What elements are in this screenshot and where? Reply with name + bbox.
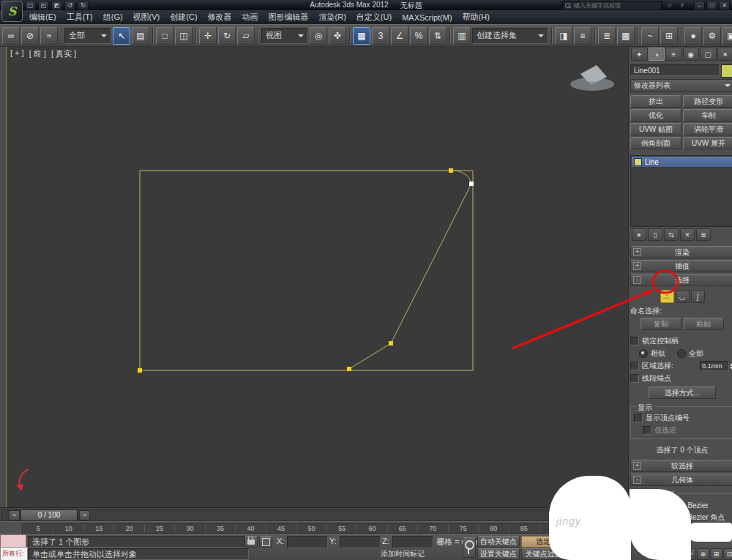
menu-graph-editors[interactable]: 图形编辑器 <box>264 10 314 24</box>
application-menu-button[interactable]: S <box>1 1 23 22</box>
redo-icon[interactable]: ↻ <box>78 1 89 10</box>
select-and-scale-icon[interactable]: ▱ <box>237 27 255 45</box>
zoom-extents-icon[interactable]: ⊞ <box>710 548 722 560</box>
modifier-stack[interactable]: Line <box>630 155 732 227</box>
selection-filter-dropdown[interactable]: 全部 <box>64 28 111 44</box>
select-and-move-icon[interactable]: ✛ <box>199 27 217 45</box>
angle-snap-icon[interactable]: ∠ <box>391 27 408 45</box>
select-by-name-icon[interactable]: ▤ <box>132 27 149 45</box>
next-frame-button[interactable]: > <box>79 510 90 520</box>
close-icon[interactable]: ✕ <box>719 1 730 10</box>
tab-utilities[interactable]: ✶ <box>717 48 732 61</box>
area-selection-value[interactable]: 0.1mm <box>700 361 729 371</box>
zoom-icon[interactable]: ⊕ <box>697 548 709 560</box>
select-and-link-icon[interactable]: ∞ <box>2 27 20 45</box>
modifier-stack-item-line[interactable]: Line <box>632 157 732 167</box>
time-slider[interactable]: < 0 / 100 > <box>0 507 628 522</box>
rollout-geometry[interactable]: - 几何体 <box>630 474 732 486</box>
auto-key-button[interactable]: 自动关键点 <box>477 536 520 548</box>
tab-display[interactable]: ▢ <box>700 48 717 61</box>
menu-animation[interactable]: 动画 <box>237 10 264 24</box>
select-and-manipulate-icon[interactable]: ✜ <box>329 27 346 45</box>
curve-editor-icon[interactable]: ~ <box>641 27 659 45</box>
absolute-mode-toggle[interactable] <box>259 536 272 548</box>
rollout-interpolation[interactable]: + 插值 <box>630 260 732 272</box>
mirror-icon[interactable]: ◨ <box>555 27 572 45</box>
remove-modifier-icon[interactable]: ✕ <box>680 228 695 241</box>
modifier-list-dropdown[interactable]: 修改器列表 <box>630 79 732 92</box>
edit-named-selection-sets-icon[interactable]: ▥ <box>453 27 471 45</box>
new-scene-icon[interactable]: ▢ <box>25 1 36 10</box>
menu-maxscript[interactable]: MAXScript(M) <box>397 12 457 23</box>
search-box[interactable] <box>562 1 662 10</box>
select-object-icon[interactable]: ↖ <box>113 27 130 45</box>
search-input[interactable] <box>572 1 649 10</box>
area-selection-checkbox[interactable] <box>630 362 639 370</box>
x-coordinate-input[interactable] <box>287 536 328 548</box>
keyboard-shortcut-override-icon[interactable]: ▦ <box>353 27 370 45</box>
y-coordinate-input[interactable] <box>340 536 381 548</box>
help-icon[interactable]: ? <box>677 1 687 10</box>
selection-lock-toggle[interactable] <box>244 536 258 548</box>
percent-snap-icon[interactable]: % <box>410 27 427 45</box>
viewport-shading-label[interactable]: [ 真实 ] <box>51 48 76 59</box>
segment-subobject-icon[interactable]: ◡ <box>676 290 690 303</box>
previous-frame-button[interactable]: < <box>9 510 20 520</box>
selected-only-checkbox[interactable] <box>643 426 651 435</box>
rollout-selection[interactable]: - 选择 <box>630 274 732 286</box>
all-radio[interactable] <box>677 349 686 358</box>
maxscript-mini-listener[interactable]: 所有行: <box>0 547 28 560</box>
time-slider-handle[interactable]: 0 / 100 <box>20 509 78 521</box>
open-file-icon[interactable]: ◰ <box>38 1 49 10</box>
rollout-render[interactable]: + 渲染 <box>630 246 732 258</box>
material-editor-icon[interactable]: ● <box>684 27 702 45</box>
undo-icon[interactable]: ↺ <box>64 1 75 10</box>
vertex-subobject-icon[interactable]: ∴ <box>660 290 674 303</box>
time-slider-track[interactable] <box>1 509 628 521</box>
set-keys-button[interactable] <box>463 537 476 558</box>
pin-stack-icon[interactable]: ∗ <box>632 228 646 241</box>
reference-coordinate-dropdown[interactable]: 视图 <box>261 28 308 44</box>
rectangular-selection-region-icon[interactable]: □ <box>156 27 173 45</box>
rollout-soft-selection[interactable]: + 软选择 <box>630 460 732 472</box>
show-vertex-numbers-checkbox[interactable] <box>634 414 643 422</box>
show-end-result-icon[interactable]: ▯ <box>648 228 662 241</box>
set-key-button[interactable]: 设置关键点 <box>477 548 520 560</box>
use-pivot-point-center-icon[interactable]: ◎ <box>310 27 327 45</box>
lathe-button[interactable]: 车削 <box>683 109 732 122</box>
render-setup-icon[interactable]: ⚙ <box>703 27 721 45</box>
spline-subobject-icon[interactable]: ∫ <box>691 290 705 303</box>
menu-customize[interactable]: 自定义(U) <box>351 10 397 24</box>
copy-button[interactable]: 复制 <box>640 318 681 330</box>
paste-button[interactable]: 粘贴 <box>684 318 725 330</box>
turbosmooth-button[interactable]: 涡轮平滑 <box>683 123 732 135</box>
maximize-viewport-icon[interactable]: ⊡ <box>723 548 732 560</box>
menu-group[interactable]: 组(G) <box>98 10 128 24</box>
unlink-selection-icon[interactable]: ⊘ <box>21 27 39 45</box>
menu-rendering[interactable]: 渲染(R) <box>314 10 351 24</box>
tab-modify[interactable]: ◑ <box>649 48 665 61</box>
align-icon[interactable]: ≡ <box>574 27 591 45</box>
favorites-icon[interactable]: ☆ <box>665 1 674 10</box>
extrude-button[interactable]: 挤出 <box>630 95 681 108</box>
menu-views[interactable]: 视图(V) <box>128 10 165 24</box>
window-crossing-toggle-icon[interactable]: ◫ <box>175 27 193 45</box>
object-name-field[interactable]: Line001 <box>630 64 720 76</box>
graphite-modeling-icon[interactable]: ▩ <box>617 27 635 45</box>
front-viewport[interactable]: [ + ] [ 前 ] [ 真实 ] <box>6 45 629 509</box>
named-selection-sets-dropdown[interactable]: 创建选择集 <box>472 28 548 44</box>
lock-handles-checkbox[interactable] <box>630 337 639 346</box>
layer-manager-icon[interactable]: ≣ <box>598 27 616 45</box>
tab-create[interactable]: ✦ <box>631 48 648 61</box>
configure-modifier-sets-icon[interactable]: ≣ <box>696 228 711 241</box>
uvw-map-button[interactable]: UVW 贴图 <box>630 123 681 135</box>
select-by-button[interactable]: 选择方式... <box>649 387 716 399</box>
menu-create[interactable]: 创建(C) <box>165 10 202 24</box>
bevel-profile-button[interactable]: 倒角剖面 <box>630 137 681 149</box>
optimize-button[interactable]: 优化 <box>630 109 681 122</box>
select-and-rotate-icon[interactable]: ↻ <box>218 27 236 45</box>
make-unique-icon[interactable]: ⇆ <box>664 228 679 241</box>
schematic-view-icon[interactable]: ⊞ <box>660 27 678 45</box>
tab-motion[interactable]: ◉ <box>683 48 700 61</box>
tab-hierarchy[interactable]: ≡ <box>665 48 682 61</box>
